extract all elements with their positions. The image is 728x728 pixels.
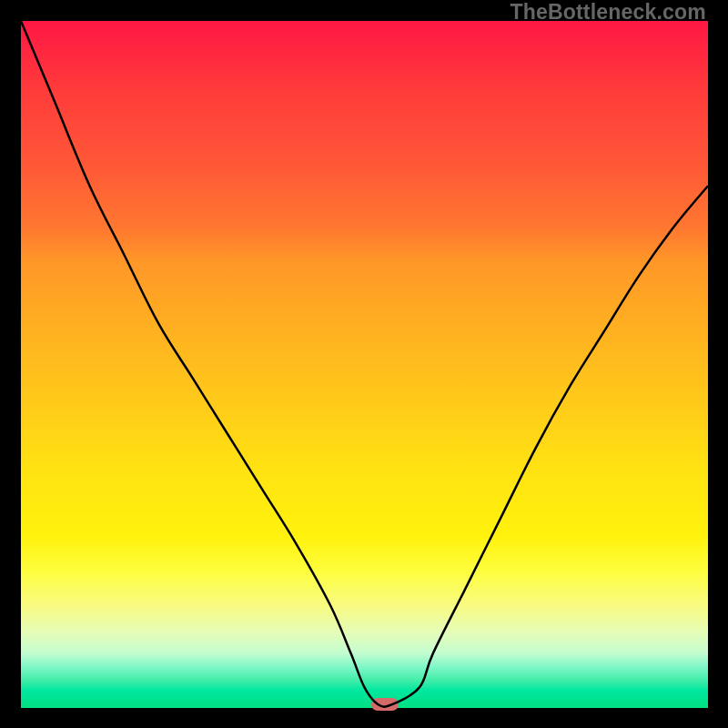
bottleneck-chart <box>21 21 708 708</box>
bottleneck-curve <box>21 21 708 708</box>
watermark-text: TheBottleneck.com <box>510 0 706 25</box>
